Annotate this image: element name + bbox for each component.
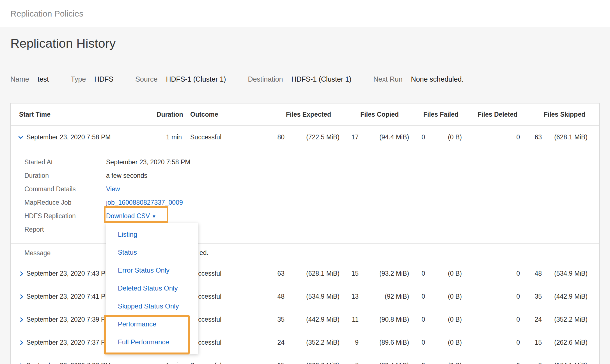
row-files-copied: 13 [340, 293, 359, 300]
detail-row-mapreduce-job: MapReduce Job job_1600880827337_0009 [11, 196, 599, 209]
row-files-skipped: 48 [520, 270, 542, 277]
header-start-time: Start Time [11, 111, 157, 118]
row-files-deleted: 0 [462, 362, 520, 364]
header-files-deleted: Files Deleted [462, 111, 520, 118]
row-files-failed-size: (0 B) [425, 133, 462, 141]
meta-value: HDFS [94, 75, 113, 83]
meta-value: HDFS-1 (Cluster 1) [291, 75, 351, 83]
replication-history-page: { "page": { "breadcrumb": "Replication P… [0, 0, 610, 364]
row-files-skipped: 24 [520, 316, 542, 323]
download-csv-label: Download CSV [106, 212, 150, 220]
expanded-row-details: Started At September 23, 2020 7:58 PM Du… [11, 149, 599, 243]
row-files-copied-size: (89.4 MiB) [359, 362, 409, 364]
meta-label: Name [10, 75, 29, 83]
detail-label: Command Details [24, 182, 96, 196]
chevron-right-icon[interactable] [19, 271, 23, 276]
breadcrumb[interactable]: Replication Policies [10, 9, 83, 19]
table-header-row: Start Time Duration Outcome Files Expect… [11, 103, 599, 125]
row-files-failed-size: (0 B) [425, 362, 462, 364]
message-text-fragment: ed. [199, 249, 208, 257]
menu-item-deleted-status-only[interactable]: Deleted Status Only [106, 279, 198, 297]
download-csv-menu: Listing Status Error Status Only Deleted… [106, 223, 198, 354]
row-files-failed: 0 [409, 270, 425, 277]
chevron-right-icon[interactable] [19, 317, 23, 322]
row-files-skipped-size: (174.1 MiB) [542, 362, 599, 364]
detail-row-started-at: Started At September 23, 2020 7:58 PM [11, 155, 599, 169]
row-start-time[interactable]: September 23, 2020 7:43 PM [26, 270, 111, 277]
table-row[interactable]: September 23, 2020 7:58 PM 1 min Success… [11, 125, 599, 149]
download-csv-button[interactable]: Download CSV▾ [106, 212, 155, 220]
row-files-copied-size: (90.8 MiB) [359, 316, 409, 323]
table-row[interactable]: September 23, 2020 7:39 PM 1 min Success… [11, 308, 599, 331]
row-files-deleted: 0 [462, 293, 520, 300]
message-label: Message [24, 249, 96, 257]
header-outcome: Outcome [182, 111, 255, 118]
row-start-time[interactable]: September 23, 2020 7:41 PM [26, 293, 111, 300]
row-files-failed: 0 [409, 339, 425, 346]
chevron-down-icon[interactable] [19, 134, 23, 139]
header-files-expected: Files Expected [255, 111, 340, 118]
row-files-failed-size: (0 B) [425, 316, 462, 323]
menu-item-error-status-only[interactable]: Error Status Only [106, 261, 198, 279]
row-files-expected: 35 [255, 316, 285, 323]
row-files-expected-size: (442.9 MiB) [285, 316, 340, 323]
detail-label: HDFS Replication Report [24, 209, 96, 236]
row-outcome: Successful [182, 362, 255, 364]
row-files-deleted: 0 [462, 133, 520, 141]
table-row[interactable]: September 23, 2020 7:37 PM 1 min Success… [11, 331, 599, 354]
row-files-skipped-size: (262.6 MiB) [542, 339, 599, 346]
row-start-time[interactable]: September 23, 2020 7:39 PM [26, 316, 111, 323]
row-files-expected: 24 [255, 339, 285, 346]
table-row[interactable]: September 23, 2020 7:43 PM 1 min Success… [11, 262, 599, 285]
view-command-details-link[interactable]: View [106, 182, 120, 196]
menu-item-performance[interactable]: Performance [106, 315, 198, 333]
header-duration: Duration [157, 111, 182, 118]
caret-down-icon: ▾ [153, 210, 155, 223]
mapreduce-job-link[interactable]: job_1600880827337_0009 [106, 196, 183, 209]
row-files-copied: 17 [340, 133, 359, 141]
meta-value: test [38, 75, 49, 83]
menu-item-status[interactable]: Status [106, 243, 198, 261]
top-bar: Replication Policies [0, 0, 610, 27]
row-files-skipped-size: (352.2 MiB) [542, 316, 599, 323]
row-files-expected: 63 [255, 270, 285, 277]
row-files-skipped: 15 [520, 339, 542, 346]
row-files-skipped: 8 [520, 362, 542, 364]
meta-type: Type HDFS [71, 75, 113, 83]
meta-label: Next Run [373, 75, 402, 83]
row-files-failed: 0 [409, 362, 425, 364]
row-outcome: Successful [182, 133, 255, 141]
menu-item-full-performance[interactable]: Full Performance [106, 333, 198, 351]
row-files-copied: 9 [340, 339, 359, 346]
row-files-expected: 80 [255, 133, 285, 141]
row-files-copied-size: (93.2 MiB) [359, 270, 409, 277]
row-files-deleted: 0 [462, 270, 520, 277]
table-row[interactable]: September 23, 2020 7:36 PM 1 min Success… [11, 354, 599, 364]
chevron-right-icon[interactable] [19, 294, 23, 299]
detail-label: Duration [24, 169, 96, 182]
row-files-failed-size: (0 B) [425, 270, 462, 277]
meta-next-run: Next Run None scheduled. [373, 75, 464, 83]
row-start-time[interactable]: September 23, 2020 7:36 PM [26, 362, 111, 364]
replication-history-table: Start Time Duration Outcome Files Expect… [10, 103, 600, 364]
row-start-time[interactable]: September 23, 2020 7:58 PM [26, 133, 111, 141]
detail-value: a few seconds [106, 169, 147, 182]
meta-name: Name test [10, 75, 49, 83]
chevron-right-icon[interactable] [19, 340, 23, 345]
meta-source: Source HDFS-1 (Cluster 1) [135, 75, 226, 83]
row-files-failed-size: (0 B) [425, 293, 462, 300]
row-files-expected-size: (534.9 MiB) [285, 293, 340, 300]
meta-destination: Destination HDFS-1 (Cluster 1) [248, 75, 351, 83]
detail-row-command-details: Command Details View [11, 182, 599, 196]
row-files-expected-size: (262.6 MiB) [285, 362, 340, 364]
menu-item-skipped-status-only[interactable]: Skipped Status Only [106, 297, 198, 315]
row-files-expected-size: (628.1 MiB) [285, 270, 340, 277]
detail-label: MapReduce Job [24, 196, 96, 209]
row-files-copied: 7 [340, 362, 359, 364]
row-start-time[interactable]: September 23, 2020 7:37 PM [26, 339, 111, 346]
detail-row-duration: Duration a few seconds [11, 169, 599, 182]
menu-item-listing[interactable]: Listing [106, 225, 198, 243]
detail-value: September 23, 2020 7:58 PM [106, 155, 190, 169]
row-files-skipped: 35 [520, 293, 542, 300]
table-row[interactable]: September 23, 2020 7:41 PM 1 min Success… [11, 285, 599, 308]
